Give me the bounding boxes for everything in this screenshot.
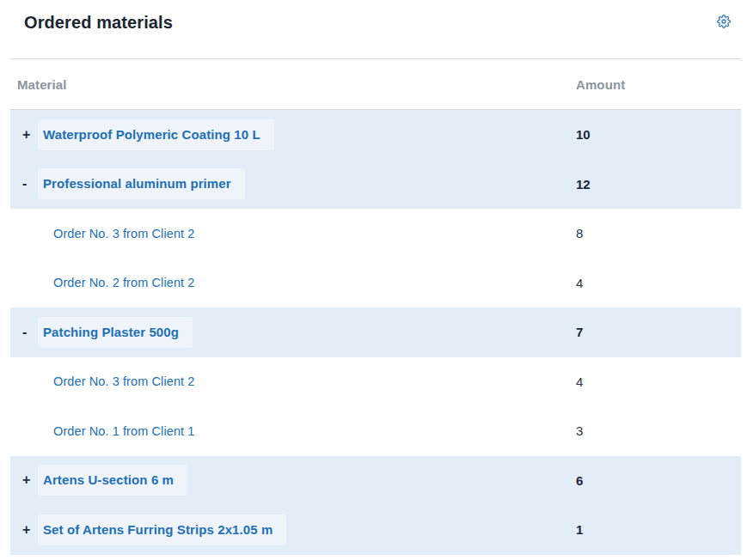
- table-row[interactable]: + Artens U-section 6 m 6: [10, 456, 741, 506]
- material-cell: - Patching Plaster 500g: [10, 317, 576, 348]
- material-link[interactable]: Order No. 3 from Client 2: [53, 227, 194, 240]
- table-row[interactable]: - Professional aluminum primer 12: [10, 160, 741, 210]
- page-title: Ordered materials: [24, 11, 173, 34]
- material-link[interactable]: Order No. 3 from Client 2: [53, 374, 194, 388]
- material-link[interactable]: Patching Plaster 500g: [43, 325, 179, 339]
- ordered-materials-table: Material Amount + Waterproof Polymeric C…: [10, 59, 741, 555]
- column-header-amount: Amount: [576, 77, 741, 92]
- amount-value: 8: [576, 226, 741, 240]
- material-link[interactable]: Order No. 1 from Client 1: [53, 424, 194, 438]
- table-header-row: Material Amount: [10, 59, 741, 110]
- table-row[interactable]: + Set of Artens Furring Strips 2x1.05 m …: [10, 505, 741, 555]
- material-label-chip: Artens U-section 6 m: [38, 465, 187, 496]
- material-cell: + Waterproof Polymeric Coating 10 L: [10, 119, 576, 150]
- table-row[interactable]: Order No. 3 from Client 2 8: [10, 209, 741, 259]
- ordered-materials-panel: Ordered materials Material Amount + Wate…: [0, 0, 747, 555]
- material-cell: Order No. 3 from Client 2: [10, 226, 576, 241]
- material-label-chip: Order No. 3 from Client 2: [53, 226, 194, 241]
- table-row[interactable]: Order No. 1 from Client 1 3: [10, 406, 741, 456]
- amount-value: 4: [576, 374, 741, 389]
- settings-button[interactable]: [715, 13, 732, 30]
- material-label-chip: Professional aluminum primer: [38, 168, 245, 199]
- material-label-chip: Order No. 3 from Client 2: [53, 374, 194, 389]
- table-row[interactable]: - Patching Plaster 500g 7: [10, 307, 741, 357]
- table-row[interactable]: Order No. 3 from Client 2 4: [10, 357, 741, 407]
- panel-header: Ordered materials: [0, 0, 747, 58]
- material-cell: + Artens U-section 6 m: [10, 465, 576, 496]
- expand-toggle-icon[interactable]: +: [22, 472, 36, 488]
- amount-value: 12: [576, 177, 741, 192]
- expand-toggle-icon[interactable]: +: [22, 127, 36, 143]
- amount-value: 10: [576, 127, 741, 142]
- material-cell: - Professional aluminum primer: [10, 168, 576, 199]
- material-link[interactable]: Set of Artens Furring Strips 2x1.05 m: [43, 522, 272, 537]
- material-link[interactable]: Professional aluminum primer: [43, 176, 231, 191]
- material-label-chip: Order No. 2 from Client 2: [53, 275, 194, 290]
- material-label-chip: Patching Plaster 500g: [38, 317, 193, 348]
- expand-toggle-icon[interactable]: +: [22, 522, 36, 538]
- material-label-chip: Set of Artens Furring Strips 2x1.05 m: [38, 514, 286, 545]
- table-row[interactable]: Order No. 2 from Client 2 4: [10, 259, 741, 308]
- table-row[interactable]: + Waterproof Polymeric Coating 10 L 10: [10, 110, 741, 160]
- column-header-material: Material: [10, 77, 576, 92]
- collapse-toggle-icon[interactable]: -: [22, 325, 36, 340]
- material-cell: Order No. 1 from Client 1: [10, 423, 576, 439]
- table-body: + Waterproof Polymeric Coating 10 L 10 -…: [10, 110, 741, 555]
- material-link[interactable]: Artens U-section 6 m: [43, 472, 174, 487]
- amount-value: 4: [576, 276, 741, 290]
- material-link[interactable]: Waterproof Polymeric Coating 10 L: [43, 127, 260, 142]
- material-label-chip: Waterproof Polymeric Coating 10 L: [38, 119, 274, 150]
- amount-value: 3: [576, 423, 741, 438]
- material-cell: Order No. 3 from Client 2: [10, 374, 576, 389]
- amount-value: 1: [576, 522, 741, 537]
- amount-value: 6: [576, 473, 741, 488]
- material-cell: + Set of Artens Furring Strips 2x1.05 m: [10, 514, 576, 545]
- collapse-toggle-icon[interactable]: -: [22, 176, 36, 192]
- material-label-chip: Order No. 1 from Client 1: [53, 423, 194, 439]
- gear-icon: [717, 15, 731, 28]
- material-cell: Order No. 2 from Client 2: [10, 275, 576, 290]
- amount-value: 7: [576, 325, 741, 339]
- material-link[interactable]: Order No. 2 from Client 2: [53, 276, 194, 289]
